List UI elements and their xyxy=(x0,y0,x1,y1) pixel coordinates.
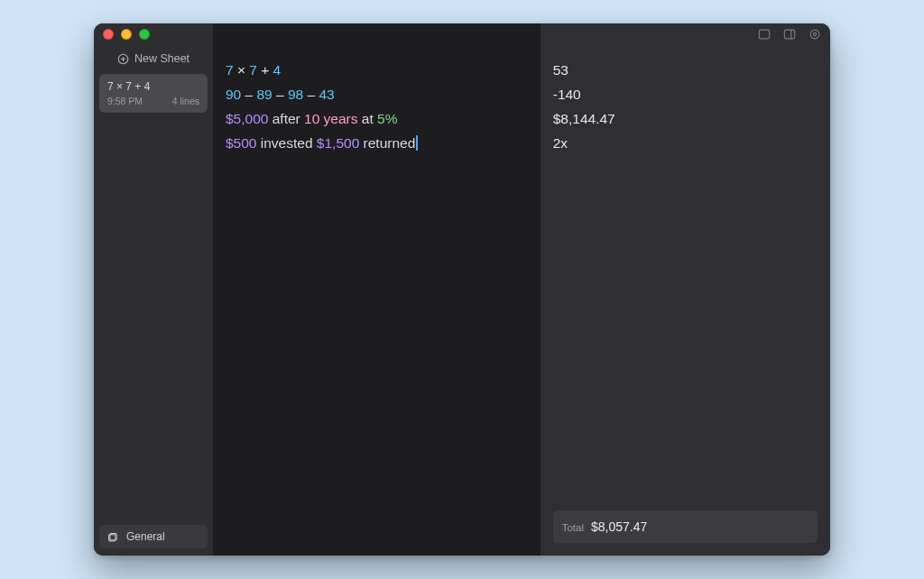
panel-toggle-left-icon[interactable] xyxy=(758,28,771,41)
new-sheet-label: New Sheet xyxy=(134,52,189,65)
token: 43 xyxy=(319,87,334,102)
token: 5% xyxy=(377,111,397,126)
token: $5,000 xyxy=(226,111,268,126)
panel-toggle-right-icon[interactable] xyxy=(783,28,796,41)
svg-rect-1 xyxy=(784,30,794,39)
app-window: New Sheet 7 × 7 + 4 9:58 PM 4 lines Gene… xyxy=(94,23,830,556)
results-pane: 53-140$8,144.472x Total $8,057.47 xyxy=(541,23,830,556)
titlebar xyxy=(94,23,830,45)
token: 90 xyxy=(226,87,241,102)
token: – xyxy=(241,87,256,102)
svg-rect-0 xyxy=(759,30,769,39)
token: 7 xyxy=(226,62,234,78)
total-bar[interactable]: Total $8,057.47 xyxy=(553,510,818,544)
result-line[interactable]: 53 xyxy=(553,58,818,82)
token: 10 years xyxy=(304,111,357,126)
editor-line[interactable]: $500 invested $1,500 returned xyxy=(226,131,528,155)
svg-point-4 xyxy=(813,32,816,35)
token: invested xyxy=(256,135,316,151)
editor-line[interactable]: $5,000 after 10 years at 5% xyxy=(226,106,528,131)
category-button[interactable]: General xyxy=(99,525,208,548)
minimize-icon[interactable] xyxy=(121,29,132,40)
sheet-card[interactable]: 7 × 7 + 4 9:58 PM 4 lines xyxy=(99,74,208,113)
token: 4 xyxy=(273,62,282,78)
token: $500 xyxy=(226,135,256,151)
close-icon[interactable] xyxy=(103,29,114,40)
total-label: Total xyxy=(562,519,584,537)
token: 98 xyxy=(288,87,303,102)
sheet-lines: 4 lines xyxy=(172,96,199,106)
result-line[interactable]: 2x xyxy=(553,131,818,155)
total-value: $8,057.47 xyxy=(591,516,647,538)
token: – xyxy=(303,87,319,102)
window-controls xyxy=(103,29,150,40)
token: 7 xyxy=(249,62,257,78)
token: after xyxy=(268,111,304,126)
editor-line[interactable]: 7 × 7 + 4 xyxy=(226,58,528,82)
token: + xyxy=(257,62,273,78)
editor-line[interactable]: 90 – 89 – 98 – 43 xyxy=(226,82,528,106)
token: – xyxy=(273,87,288,102)
svg-point-3 xyxy=(810,30,819,39)
token: returned xyxy=(359,135,415,151)
token: × xyxy=(234,62,250,78)
category-label: General xyxy=(126,530,165,543)
token: 89 xyxy=(256,87,272,102)
sheet-title: 7 × 7 + 4 xyxy=(107,80,199,93)
editor-pane[interactable]: 7 × 7 + 490 – 89 – 98 – 43$5,000 after 1… xyxy=(213,23,541,556)
zoom-icon[interactable] xyxy=(139,29,150,40)
token: at xyxy=(358,111,378,126)
settings-icon[interactable] xyxy=(808,28,821,41)
sheet-time: 9:58 PM xyxy=(107,96,143,106)
new-sheet-button[interactable]: New Sheet xyxy=(94,49,213,74)
text-cursor xyxy=(416,135,418,152)
result-line[interactable]: $8,144.47 xyxy=(553,106,818,131)
token: $1,500 xyxy=(317,135,359,151)
plus-circle-icon xyxy=(117,53,129,65)
result-line[interactable]: -140 xyxy=(553,82,818,106)
sidebar: New Sheet 7 × 7 + 4 9:58 PM 4 lines Gene… xyxy=(94,23,213,556)
stack-icon xyxy=(107,531,119,543)
